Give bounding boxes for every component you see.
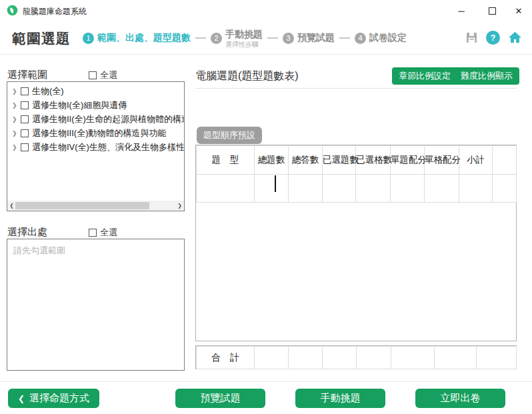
tree-item-label: 選修生物II(全)生命的起源與植物體的構造 bbox=[32, 113, 184, 125]
range-select-all-checkbox[interactable] bbox=[89, 71, 97, 79]
horizontal-scrollbar[interactable]: ❮ ❯ bbox=[7, 201, 184, 211]
range-select-all-label: 全選 bbox=[100, 69, 117, 81]
expand-chevron-icon[interactable]: ❯ bbox=[12, 88, 21, 95]
question-type-table-panel: 題 型總題數總答數已選題數已選格數單題配分單格配分小計 bbox=[195, 145, 517, 341]
column-header: 總題數 bbox=[255, 146, 289, 175]
app-logo-icon bbox=[7, 5, 18, 16]
save-icon[interactable] bbox=[465, 31, 479, 45]
tree-item-checkbox[interactable] bbox=[21, 143, 29, 151]
tree-item[interactable]: ❯選修生物I(全)細胞與遺傳 bbox=[7, 98, 184, 112]
question-type-order-tag[interactable]: 題型順序預設 bbox=[197, 127, 262, 144]
header-icon-group: ? bbox=[465, 30, 523, 45]
totals-value-cell bbox=[323, 347, 357, 369]
tree-item[interactable]: ❯選修生物II(全)生命的起源與植物體的構造 bbox=[7, 112, 184, 126]
step-2-manual-pick: 2 手動挑題 選擇性步驟 bbox=[211, 29, 263, 48]
column-header: 已選題數 bbox=[323, 146, 356, 175]
totals-value-cell bbox=[477, 347, 517, 369]
question-type-table: 題 型總題數總答數已選題數已選格數單題配分單格配分小計 bbox=[196, 145, 517, 203]
page-header: 範圍選題 1 範圍、出處、題型題數 2 手動挑題 選擇性步驟 3 預覽試題 4 … bbox=[0, 21, 532, 55]
scrollbar-thumb[interactable] bbox=[15, 202, 149, 209]
table-cell[interactable] bbox=[459, 175, 493, 203]
step-1-circle: 1 bbox=[83, 33, 94, 44]
help-icon[interactable]: ? bbox=[486, 31, 500, 45]
source-select-all[interactable]: 全選 bbox=[89, 227, 117, 239]
step-4-label: 試卷設定 bbox=[369, 32, 407, 44]
totals-value-cell bbox=[435, 347, 477, 369]
step-connector bbox=[339, 37, 350, 39]
step-2-circle: 2 bbox=[211, 33, 222, 44]
tree-item[interactable]: ❯生物(全) bbox=[7, 84, 184, 98]
title-bar: 龍騰題庫命題系統 ─ ✕ bbox=[0, 0, 532, 21]
table-cell[interactable] bbox=[289, 175, 323, 203]
tree-item-label: 選修生物IV(全)生態、演化及生物多樣性 bbox=[32, 141, 184, 153]
computer-selection-title: 電腦選題(題型題數表) bbox=[195, 69, 299, 83]
difficulty-ratio-button[interactable]: 難度比例顯示 bbox=[454, 67, 519, 85]
home-icon[interactable] bbox=[507, 30, 523, 45]
minimize-button[interactable]: ─ bbox=[448, 0, 475, 21]
step-4-circle: 4 bbox=[355, 33, 366, 44]
step-indicator: 1 範圍、出處、題型題數 2 手動挑題 選擇性步驟 3 預覽試題 4 試卷設定 bbox=[83, 21, 407, 55]
tree-item-checkbox[interactable] bbox=[21, 115, 29, 123]
source-placeholder-text: 請先勾選範圍 bbox=[13, 245, 65, 257]
step-connector bbox=[195, 37, 206, 39]
step-1-label: 範圍、出處、題型題數 bbox=[97, 32, 191, 44]
tree-item-checkbox[interactable] bbox=[21, 101, 29, 109]
step-2-label: 手動挑題 bbox=[225, 29, 263, 41]
back-to-mode-button[interactable]: ❮ 選擇命題方式 bbox=[8, 389, 99, 408]
source-section-title: 選擇出處 bbox=[7, 226, 47, 239]
chapter-ratio-button[interactable]: 章節比例設定 bbox=[392, 67, 457, 85]
tree-item-label: 選修生物I(全)細胞與遺傳 bbox=[32, 99, 127, 111]
source-select-all-checkbox[interactable] bbox=[89, 229, 97, 237]
scroll-right-icon[interactable]: ❯ bbox=[175, 201, 184, 211]
preview-questions-button[interactable]: 預覽試題 bbox=[175, 389, 265, 408]
table-cell[interactable] bbox=[356, 175, 391, 203]
totals-value-cell bbox=[391, 347, 435, 369]
table-cell[interactable] bbox=[255, 175, 289, 203]
footer-bar: ❮ 選擇命題方式 預覽試題 手動挑題 立即出卷 bbox=[0, 381, 532, 414]
expand-chevron-icon[interactable]: ❯ bbox=[12, 116, 21, 123]
generate-paper-button[interactable]: 立即出卷 bbox=[415, 389, 505, 408]
table-cell[interactable] bbox=[391, 175, 425, 203]
expand-chevron-icon[interactable]: ❯ bbox=[12, 130, 21, 137]
range-tree-panel: ❯生物(全)❯選修生物I(全)細胞與遺傳❯選修生物II(全)生命的起源與植物體的… bbox=[7, 81, 185, 211]
tree-item-checkbox[interactable] bbox=[21, 129, 29, 137]
maximize-icon bbox=[489, 7, 496, 15]
table-row bbox=[197, 175, 517, 203]
column-header: 總答數 bbox=[289, 146, 323, 175]
manual-pick-button[interactable]: 手動挑題 bbox=[295, 389, 385, 408]
column-header: 單格配分 bbox=[425, 146, 459, 175]
expand-chevron-icon[interactable]: ❯ bbox=[12, 144, 21, 151]
source-select-all-label: 全選 bbox=[100, 227, 117, 239]
totals-panel: 合 計 bbox=[195, 345, 517, 369]
maximize-button[interactable] bbox=[479, 0, 505, 21]
column-header bbox=[493, 146, 517, 175]
tree-item-label: 選修生物III(全)動物體的構造與功能 bbox=[32, 127, 167, 139]
source-list-panel: 請先勾選範圍 bbox=[7, 239, 185, 371]
range-select-all[interactable]: 全選 bbox=[89, 69, 117, 81]
app-title: 龍騰題庫命題系統 bbox=[23, 6, 87, 17]
step-3-preview: 3 預覽試題 bbox=[283, 32, 335, 44]
chevron-left-icon: ❮ bbox=[18, 394, 25, 403]
step-3-circle: 3 bbox=[283, 33, 294, 44]
totals-label-cell: 合 計 bbox=[197, 347, 255, 369]
table-cell[interactable] bbox=[493, 175, 517, 203]
step-3-label: 預覽試題 bbox=[297, 32, 335, 44]
totals-value-cell bbox=[289, 347, 323, 369]
expand-chevron-icon[interactable]: ❯ bbox=[12, 102, 21, 109]
table-cell[interactable] bbox=[425, 175, 459, 203]
close-button[interactable]: ✕ bbox=[505, 0, 532, 21]
step-4-paper-settings: 4 試卷設定 bbox=[355, 32, 407, 44]
tree-item-checkbox[interactable] bbox=[21, 87, 29, 95]
tree-item[interactable]: ❯選修生物III(全)動物體的構造與功能 bbox=[7, 126, 184, 140]
table-cell[interactable] bbox=[197, 175, 255, 203]
totals-value-cell bbox=[255, 347, 289, 369]
table-header-row: 題 型總題數總答數已選題數已選格數單題配分單格配分小計 bbox=[197, 146, 517, 175]
column-header: 單題配分 bbox=[391, 146, 425, 175]
totals-table: 合 計 bbox=[196, 346, 517, 369]
totals-value-cell bbox=[357, 347, 391, 369]
column-header: 已選格數 bbox=[356, 146, 391, 175]
tree-item[interactable]: ❯選修生物IV(全)生態、演化及生物多樣性 bbox=[7, 140, 184, 154]
range-tree-list: ❯生物(全)❯選修生物I(全)細胞與遺傳❯選修生物II(全)生命的起源與植物體的… bbox=[7, 84, 184, 154]
table-cell[interactable] bbox=[323, 175, 356, 203]
range-section-title: 選擇範圍 bbox=[7, 69, 47, 81]
